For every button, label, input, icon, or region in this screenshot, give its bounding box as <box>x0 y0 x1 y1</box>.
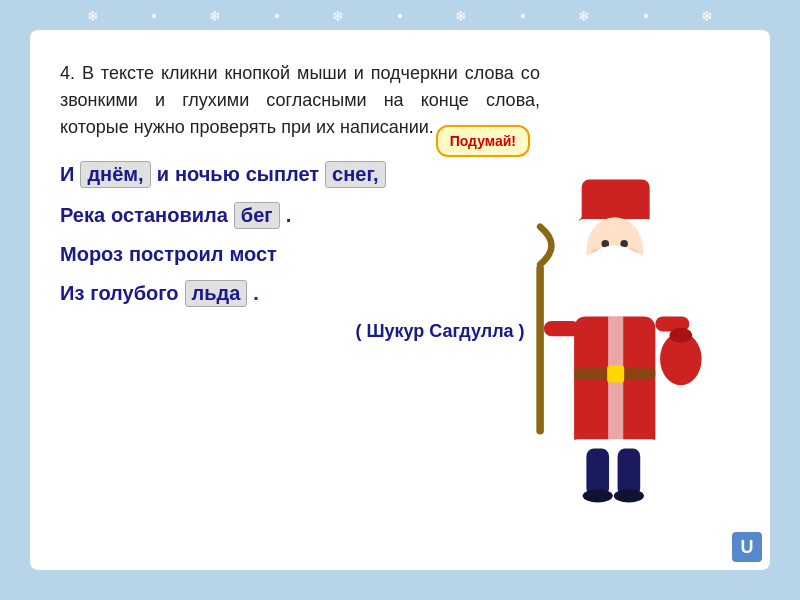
poem-word: . <box>286 204 292 227</box>
poem-word: . <box>253 282 259 305</box>
highlighted-word[interactable]: снег, <box>325 161 385 188</box>
highlighted-word[interactable]: льда <box>185 280 248 307</box>
snow-decoration: ❄ • ❄ • ❄ • ❄ • ❄ • ❄ <box>60 8 740 24</box>
poem-word[interactable]: ночью <box>175 163 240 186</box>
svg-point-23 <box>670 328 693 343</box>
snow-dot: • <box>152 8 157 24</box>
svg-rect-25 <box>618 449 641 496</box>
snow-dot: ❄ <box>209 8 221 24</box>
poem-word[interactable]: мост <box>229 243 276 266</box>
main-card: 4. В тексте кликни кнопкой мыши и подчер… <box>30 30 770 570</box>
snow-dot: ❄ <box>332 8 344 24</box>
svg-point-27 <box>614 489 644 502</box>
highlighted-word[interactable]: днём, <box>80 161 150 188</box>
snow-dot: • <box>275 8 280 24</box>
ded-moroz-figure <box>510 170 730 530</box>
author-text: ( Шукур Сагдулла ) <box>355 321 524 341</box>
poem-word[interactable]: И <box>60 163 74 186</box>
corner-symbol: U <box>741 537 754 558</box>
svg-rect-20 <box>536 264 544 434</box>
snow-dot: ❄ <box>701 8 713 24</box>
svg-rect-24 <box>586 449 609 496</box>
snow-dot: • <box>397 8 402 24</box>
snow-dot: ❄ <box>455 8 467 24</box>
podumay-label: Подумай! <box>450 133 516 149</box>
corner-mark: U <box>732 532 762 562</box>
svg-point-26 <box>583 489 613 502</box>
poem-word[interactable]: голубого <box>90 282 178 305</box>
instruction-number: 4. <box>60 63 75 83</box>
poem-word[interactable]: построил <box>129 243 223 266</box>
podumay-bubble[interactable]: Подумай! <box>436 125 530 157</box>
poem-word[interactable]: Река <box>60 204 105 227</box>
snow-dot: • <box>643 8 648 24</box>
snow-dot: ❄ <box>578 8 590 24</box>
svg-rect-18 <box>607 366 624 383</box>
poem-word[interactable]: и <box>157 163 169 186</box>
svg-rect-19 <box>544 321 580 336</box>
poem-word[interactable]: сыплет <box>246 163 319 186</box>
poem-word[interactable]: Из <box>60 282 84 305</box>
highlighted-word[interactable]: бег <box>234 202 280 229</box>
svg-point-13 <box>610 258 633 269</box>
snow-dot: • <box>520 8 525 24</box>
snow-dot: ❄ <box>87 8 99 24</box>
poem-word[interactable]: остановила <box>111 204 228 227</box>
poem-word[interactable]: Мороз <box>60 243 123 266</box>
